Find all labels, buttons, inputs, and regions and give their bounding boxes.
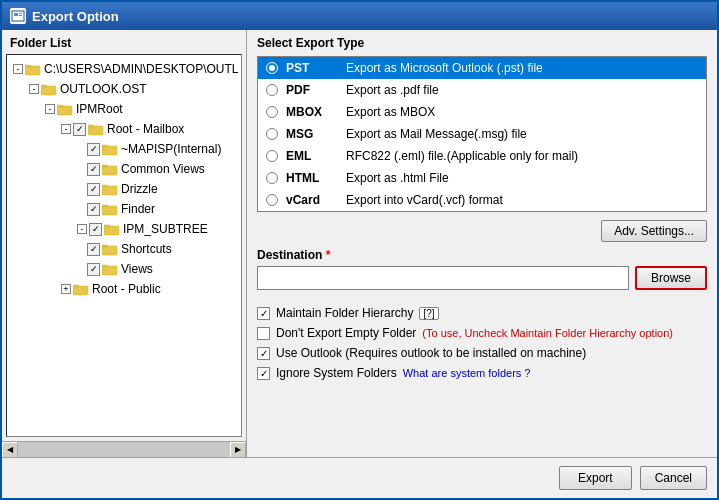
window-title: Export Option: [32, 9, 119, 24]
checkbox-maintain-hierarchy[interactable]: [257, 307, 270, 320]
tree-item-finder[interactable]: Finder: [9, 199, 239, 219]
label-no-empty: Don't Export Empty Folder: [276, 326, 416, 340]
tree-item-ipmroot[interactable]: - IPMRoot: [9, 99, 239, 119]
adv-settings-button[interactable]: Adv. Settings...: [601, 220, 707, 242]
checkbox-root-mailbox[interactable]: [73, 123, 86, 136]
tree-item-mapisp[interactable]: ~MAPISP(Internal): [9, 139, 239, 159]
export-option-pdf[interactable]: PDF Export as .pdf file: [258, 79, 706, 101]
export-type-table: PST Export as Microsoft Outlook (.pst) f…: [257, 56, 707, 212]
expand-icon-mailbox[interactable]: -: [61, 124, 71, 134]
svg-rect-10: [102, 186, 117, 195]
svg-rect-13: [102, 246, 117, 255]
format-name-pst: PST: [286, 61, 346, 75]
tree-item-ipm-subtree[interactable]: - IPM_SUBTREE: [9, 219, 239, 239]
format-desc-vcard: Export into vCard(.vcf) format: [346, 193, 503, 207]
format-name-msg: MSG: [286, 127, 346, 141]
scroll-right-arrow[interactable]: ▶: [230, 442, 246, 458]
tree-item-root-public[interactable]: + Root - Public: [9, 279, 239, 299]
svg-rect-12: [104, 226, 119, 235]
destination-input[interactable]: [257, 266, 629, 290]
format-desc-pdf: Export as .pdf file: [346, 83, 439, 97]
destination-label: Destination *: [257, 248, 707, 262]
checkbox-finder[interactable]: [87, 203, 100, 216]
radio-eml[interactable]: [266, 150, 278, 162]
expand-icon-ipm-subtree[interactable]: -: [77, 224, 87, 234]
expand-icon-root[interactable]: -: [13, 64, 23, 74]
tree-item-root-mailbox[interactable]: - Root - Mailbox: [9, 119, 239, 139]
export-option-vcard[interactable]: vCard Export into vCard(.vcf) format: [258, 189, 706, 211]
option-maintain-hierarchy: Maintain Folder Hierarchy [?]: [257, 306, 707, 320]
svg-rect-9: [102, 166, 117, 175]
folder-tree[interactable]: - C:\USERS\ADMIN\DESKTOP\OUTL -: [6, 54, 242, 437]
checkbox-drizzle[interactable]: [87, 183, 100, 196]
svg-rect-11: [102, 206, 117, 215]
checkbox-ipm-subtree[interactable]: [89, 223, 102, 236]
label-maintain-hierarchy: Maintain Folder Hierarchy: [276, 306, 413, 320]
folder-list-panel: Folder List - C:\USERS\ADMIN\DESKTOP\OUT…: [2, 30, 247, 457]
svg-rect-15: [73, 286, 88, 295]
tree-item-outlook[interactable]: - OUTLOOK.OST: [9, 79, 239, 99]
export-option-eml[interactable]: EML RFC822 (.eml) file.(Applicable only …: [258, 145, 706, 167]
help-badge-hierarchy[interactable]: [?]: [419, 307, 438, 320]
checkbox-mapisp[interactable]: [87, 143, 100, 156]
radio-vcard[interactable]: [266, 194, 278, 206]
scroll-track[interactable]: [18, 442, 230, 457]
folder-icon-shortcuts: [102, 242, 118, 256]
folder-icon-common-views: [102, 162, 118, 176]
tree-item-drizzle[interactable]: Drizzle: [9, 179, 239, 199]
checkbox-no-empty[interactable]: [257, 327, 270, 340]
folder-icon-outlook: [41, 82, 57, 96]
checkbox-common-views[interactable]: [87, 163, 100, 176]
format-name-vcard: vCard: [286, 193, 346, 207]
export-options-panel: Select Export Type PST Export as Microso…: [247, 30, 717, 457]
checkbox-ignore-system[interactable]: [257, 367, 270, 380]
radio-html[interactable]: [266, 172, 278, 184]
adv-settings-row: Adv. Settings...: [257, 220, 707, 242]
svg-rect-2: [19, 13, 22, 14]
tree-label-root-public: Root - Public: [92, 280, 161, 298]
radio-pdf[interactable]: [266, 84, 278, 96]
expand-icon-outlook[interactable]: -: [29, 84, 39, 94]
tree-item-shortcuts[interactable]: Shortcuts: [9, 239, 239, 259]
label-use-outlook: Use Outlook (Requires outlook to be inst…: [276, 346, 586, 360]
tree-label-root-path: C:\USERS\ADMIN\DESKTOP\OUTL: [44, 60, 238, 78]
cancel-button[interactable]: Cancel: [640, 466, 707, 490]
horizontal-scrollbar[interactable]: ◀ ▶: [2, 441, 246, 457]
tree-item-common-views[interactable]: Common Views: [9, 159, 239, 179]
expand-icon-ipmroot[interactable]: -: [45, 104, 55, 114]
checkbox-shortcuts[interactable]: [87, 243, 100, 256]
expand-icon-public[interactable]: +: [61, 284, 71, 294]
scroll-left-arrow[interactable]: ◀: [2, 442, 18, 458]
export-option-mbox[interactable]: MBOX Export as MBOX: [258, 101, 706, 123]
checkbox-views[interactable]: [87, 263, 100, 276]
options-section: Maintain Folder Hierarchy [?] Don't Expo…: [257, 306, 707, 380]
radio-pst[interactable]: [266, 62, 278, 74]
folder-icon-ipm-subtree: [104, 222, 120, 236]
browse-button[interactable]: Browse: [635, 266, 707, 290]
checkbox-use-outlook[interactable]: [257, 347, 270, 360]
tree-item-views[interactable]: Views: [9, 259, 239, 279]
option-use-outlook: Use Outlook (Requires outlook to be inst…: [257, 346, 707, 360]
option-no-empty: Don't Export Empty Folder (To use, Unche…: [257, 326, 707, 340]
export-option-html[interactable]: HTML Export as .html File: [258, 167, 706, 189]
export-option-pst[interactable]: PST Export as Microsoft Outlook (.pst) f…: [258, 57, 706, 79]
svg-rect-1: [14, 13, 18, 16]
export-button[interactable]: Export: [559, 466, 632, 490]
svg-rect-6: [57, 106, 72, 115]
label-ignore-system: Ignore System Folders: [276, 366, 397, 380]
title-bar: Export Option: [2, 2, 717, 30]
tree-label-ipm-subtree: IPM_SUBTREE: [123, 220, 208, 238]
format-desc-mbox: Export as MBOX: [346, 105, 435, 119]
tree-item-root-path[interactable]: - C:\USERS\ADMIN\DESKTOP\OUTL: [9, 59, 239, 79]
radio-msg[interactable]: [266, 128, 278, 140]
svg-rect-5: [41, 86, 56, 95]
label-no-empty-note: (To use, Uncheck Maintain Folder Hierarc…: [422, 327, 673, 339]
folder-list-title: Folder List: [2, 30, 246, 54]
radio-mbox[interactable]: [266, 106, 278, 118]
format-desc-msg: Export as Mail Message(.msg) file: [346, 127, 527, 141]
system-folders-link[interactable]: What are system folders ?: [403, 367, 531, 379]
export-option-msg[interactable]: MSG Export as Mail Message(.msg) file: [258, 123, 706, 145]
option-ignore-system: Ignore System Folders What are system fo…: [257, 366, 707, 380]
format-name-mbox: MBOX: [286, 105, 346, 119]
tree-label-shortcuts: Shortcuts: [121, 240, 172, 258]
